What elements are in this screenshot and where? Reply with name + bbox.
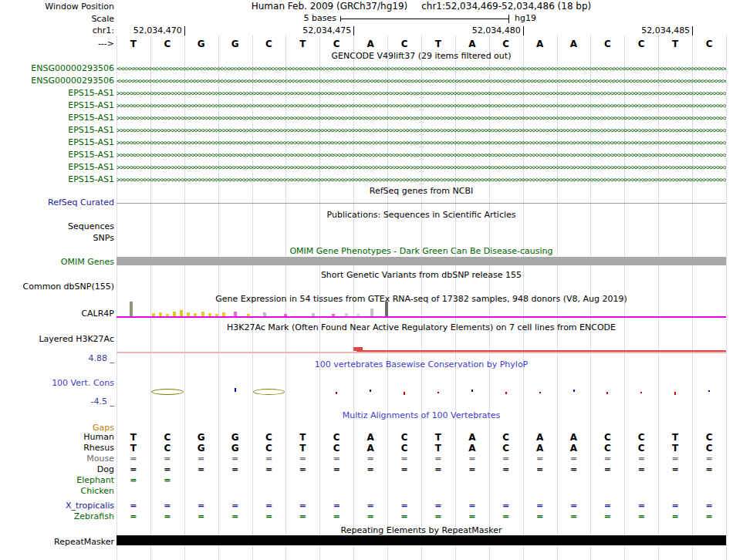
alignment-base: C	[604, 443, 611, 454]
alignment-gap-mark: =	[468, 511, 475, 522]
alignment-gap-mark: =	[198, 511, 204, 522]
alignment-gap-mark: =	[672, 501, 679, 511]
gene-row-left-arrows[interactable]: <<<<<<<<<<<<<<<<<<<<<<<<<<<<<<<<<<<<<<<<…	[117, 75, 726, 87]
h3k27ac-title[interactable]: H3K27Ac Mark (Often Found Near Active Re…	[117, 322, 726, 333]
gene-row-right-arrows[interactable]: >>>>>>>>>>>>>>>>>>>>>>>>>>>>>>>>>>>>>>>>…	[117, 161, 726, 174]
cons-score-tick[interactable]	[370, 390, 371, 392]
gene-row-label[interactable]: EPS15-AS1	[0, 161, 114, 174]
h3k27ac-signal-red[interactable]	[356, 350, 726, 352]
scale-label: Scale	[0, 14, 114, 25]
gene-row-right-arrows[interactable]: >>>>>>>>>>>>>>>>>>>>>>>>>>>>>>>>>>>>>>>>…	[117, 174, 726, 186]
cons-score-tick[interactable]	[573, 390, 575, 392]
alignment-gap-mark: =	[638, 454, 645, 464]
cons-score-tick[interactable]	[235, 388, 236, 392]
phylop-title[interactable]: 100 vertebrates Basewise Conservation by…	[117, 359, 726, 370]
gene-row-label[interactable]: EPS15-AS1	[0, 137, 114, 149]
alignment-gap-mark: =	[502, 464, 509, 475]
alignment-gap-mark: =	[705, 501, 712, 511]
cons-gap-lens[interactable]	[151, 389, 184, 395]
cons-score-tick[interactable]	[606, 392, 608, 394]
cons-gap-lens[interactable]	[253, 389, 285, 395]
gtex-expression-bar[interactable]	[130, 302, 133, 316]
ruler-coordinate: 52,034,470	[133, 25, 182, 35]
ucsc-genome-browser: Human Feb. 2009 (GRCh37/hg19)chr1:52,034…	[0, 0, 733, 560]
alignment-gap-mark: =	[231, 511, 238, 522]
gene-row-right-arrows[interactable]: >>>>>>>>>>>>>>>>>>>>>>>>>>>>>>>>>>>>>>>>…	[117, 149, 726, 161]
alignment-gap-mark: =	[400, 464, 407, 475]
cons-score-tick[interactable]	[640, 392, 642, 393]
cons-score-tick[interactable]	[336, 392, 337, 394]
gene-row-right-arrows[interactable]: >>>>>>>>>>>>>>>>>>>>>>>>>>>>>>>>>>>>>>>>…	[117, 124, 726, 137]
gene-row-left-arrows[interactable]: <<<<<<<<<<<<<<<<<<<<<<<<<<<<<<<<<<<<<<<<…	[117, 62, 726, 75]
alignment-gap-mark: =	[198, 464, 204, 475]
base-cell: T	[435, 39, 441, 49]
gene-row-right-arrows[interactable]: >>>>>>>>>>>>>>>>>>>>>>>>>>>>>>>>>>>>>>>>…	[117, 112, 726, 124]
gene-row-right-arrows[interactable]: >>>>>>>>>>>>>>>>>>>>>>>>>>>>>>>>>>>>>>>>…	[117, 100, 726, 112]
cons-score-tick[interactable]	[471, 390, 473, 392]
refseq-curated-item[interactable]	[117, 203, 726, 204]
cons-score-tick[interactable]	[708, 390, 710, 392]
gtex-expression-bar[interactable]	[370, 309, 373, 316]
gene-row-label[interactable]: EPS15-AS1	[0, 87, 114, 100]
ruler-coordinate: 52,034,475	[302, 25, 351, 35]
cons-score-tick[interactable]	[505, 392, 507, 394]
alignment-gap-mark: =	[468, 501, 475, 511]
cons-score-tick[interactable]	[437, 392, 439, 393]
alignment-base: T	[299, 432, 306, 443]
omim-title[interactable]: OMIM Gene Phenotypes - Dark Green Can Be…	[117, 246, 726, 257]
alignment-base: T	[435, 432, 441, 443]
assembly-label: Human Feb. 2009 (GRCh37/hg19)	[252, 1, 408, 12]
omim-genes-label[interactable]: OMIM Genes	[0, 257, 114, 268]
dbsnp-title[interactable]: Short Genetic Variants from dbSNP releas…	[117, 270, 726, 281]
refseq-curated-label[interactable]: RefSeq Curated	[0, 197, 114, 208]
gene-row-label[interactable]: ENSG00000293506	[0, 62, 114, 75]
alignment-gap-mark: =	[164, 511, 171, 522]
alignment-base: T	[130, 432, 137, 443]
alignment-base: C	[502, 432, 509, 443]
alignment-gap-mark: =	[434, 511, 441, 522]
h3k27ac-peak[interactable]	[353, 347, 363, 351]
gene-row-right-arrows[interactable]: >>>>>>>>>>>>>>>>>>>>>>>>>>>>>>>>>>>>>>>>…	[117, 137, 726, 149]
omim-gene-item[interactable]	[117, 257, 726, 265]
gencode-title[interactable]: GENCODE V49lift37 (29 items filtered out…	[117, 51, 726, 62]
alignment-gap-mark: =	[299, 464, 306, 475]
gene-row-label[interactable]: EPS15-AS1	[0, 100, 114, 112]
alignment-row	[0, 486, 733, 497]
alignment-gap-mark: =	[570, 511, 577, 522]
gtex-expression-bar[interactable]	[180, 310, 183, 316]
h3k27ac-signal-salmon[interactable]	[117, 352, 726, 353]
common-dbsnp-label[interactable]: Common dbSNP(155)	[0, 282, 114, 292]
gene-row-right-arrows[interactable]: >>>>>>>>>>>>>>>>>>>>>>>>>>>>>>>>>>>>>>>>…	[117, 87, 726, 100]
repeatmasker-label[interactable]: RepeatMasker	[0, 537, 114, 548]
base-cell: C	[706, 39, 713, 49]
gene-row-label[interactable]: EPS15-AS1	[0, 174, 114, 186]
alignment-base: C	[333, 432, 340, 443]
alignment-row: ==================	[0, 501, 733, 511]
alignment-gap-mark: =	[672, 454, 679, 464]
position-label: chr1:52,034,469-52,034,486 (18 bp)	[421, 1, 591, 12]
gene-row-label[interactable]: EPS15-AS1	[0, 124, 114, 137]
cons-score-tick[interactable]	[674, 392, 676, 395]
publications-title[interactable]: Publications: Sequences in Scientific Ar…	[117, 210, 726, 221]
base-cell: A	[570, 39, 577, 49]
window-position-label: Window Position	[0, 2, 114, 12]
ruler[interactable]: 52,034,47052,034,47552,034,48052,034,485	[0, 25, 733, 36]
cons-score-tick[interactable]	[539, 392, 541, 393]
layered-h3k27ac-label[interactable]: Layered H3K27Ac	[0, 334, 114, 345]
repeatmasker-item[interactable]	[117, 535, 726, 545]
gtex-baseline[interactable]	[117, 316, 726, 318]
base-cell: C	[401, 39, 408, 49]
gene-row-label[interactable]: ENSG00000293506	[0, 75, 114, 87]
cons-score-tick[interactable]	[404, 392, 405, 395]
sequences-label[interactable]: Sequences	[0, 221, 114, 232]
alignment-gap-mark: =	[400, 454, 407, 464]
gene-row-label[interactable]: EPS15-AS1	[0, 112, 114, 124]
gene-row-label[interactable]: EPS15-AS1	[0, 149, 114, 161]
refseq-title[interactable]: RefSeq genes from NCBI	[117, 186, 726, 197]
alignment-base: G	[231, 432, 239, 443]
snps-label[interactable]: SNPs	[0, 233, 114, 244]
gtex-expression-bar[interactable]	[385, 302, 388, 316]
repeatmasker-title[interactable]: Repeating Elements by RepeatMasker	[117, 525, 726, 536]
ruler-tick	[692, 26, 693, 35]
multiz-title[interactable]: Multiz Alignments of 100 Vertebrates	[117, 410, 726, 421]
